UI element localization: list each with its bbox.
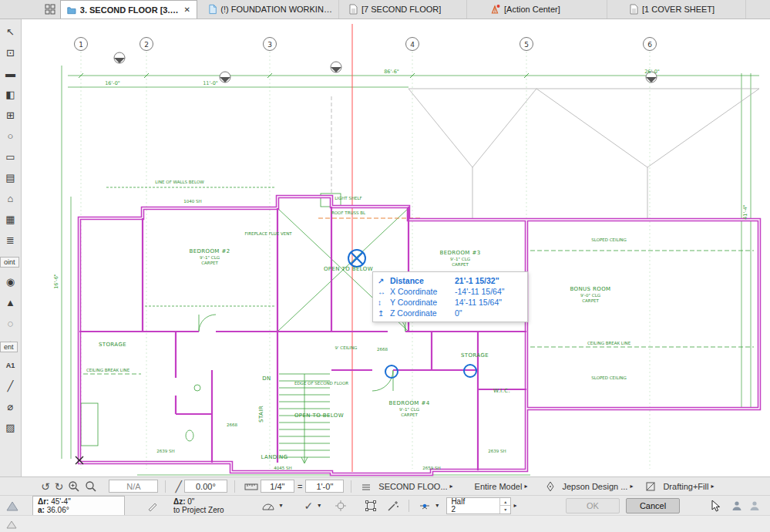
column-tool-icon[interactable]: ○ (2, 126, 20, 146)
room-label: STORAGE (99, 342, 126, 348)
scale-icon[interactable] (244, 481, 258, 492)
magic-wand-icon[interactable] (387, 500, 399, 512)
tab-cover-sheet[interactable]: [1 COVER SHEET] (623, 0, 746, 19)
go-back-icon[interactable]: ↺ (41, 480, 50, 493)
lamp-tool-icon[interactable]: ◉ (2, 271, 20, 292)
close-icon[interactable]: ✕ (184, 5, 190, 14)
reference-row: to Project Zero (173, 506, 224, 514)
model-scale-box[interactable]: 1'-0" (305, 480, 344, 493)
delta-r-row: Δr: 45'-4" (38, 497, 119, 506)
beam-tool-icon[interactable]: ▭ (2, 146, 20, 167)
hotspot-highlight (385, 365, 398, 378)
archicad-window: 3. SECOND FLOOR [3. TOP O... ✕ (!) FOUND… (0, 0, 770, 532)
floor-plan[interactable]: 1 2 3 4 5 6 (22, 19, 770, 476)
pet-palette-icon[interactable] (5, 500, 19, 512)
snap-guides-icon[interactable] (419, 500, 431, 512)
palette-label-ent: ent (0, 342, 18, 352)
tracker-label: Z Coordinate (390, 308, 455, 318)
spin-down-icon[interactable]: ▾ (500, 506, 510, 513)
zoom-in-icon[interactable] (68, 480, 80, 493)
slab-tool-icon[interactable]: ▤ (2, 167, 20, 188)
ok-button[interactable]: OK (566, 498, 620, 513)
note-label: CEILING BREAK LINE (587, 341, 631, 345)
window-tool-icon[interactable]: ⊞ (2, 105, 20, 126)
roof-lines (331, 89, 759, 218)
opening-label: 2639 SH (488, 449, 506, 453)
pen-set-selector[interactable]: Jepson Design ... ▸ (562, 482, 633, 491)
dimension-tool-icon[interactable]: ⌀ (2, 396, 20, 417)
main-area: ↖ ⊡ ▬ ◧ ⊞ ○ ▭ ▤ ⌂ ▦ ≣ ⊛ ◉ ▲ ◌ ⊕ A1 ╱ ⌀ ▨… (0, 19, 770, 476)
orientation-icon[interactable]: ╱ (175, 480, 181, 493)
room-sub: 9'-0" CLG (580, 293, 600, 298)
circle-tool-icon[interactable]: ◌ (2, 313, 20, 334)
stairs-tool-icon[interactable]: ≣ (2, 230, 20, 251)
story-selector[interactable]: SECOND FLOO... ▸ (378, 482, 452, 491)
paper-scale-box[interactable]: 1/4" (261, 480, 294, 493)
tab-foundation-working[interactable]: (!) FOUNDATION WORKING ... (202, 0, 339, 19)
spin-up-icon[interactable]: ▴ (500, 498, 510, 507)
polar-coordinate-box[interactable]: Δr: 45'-4" a: 36.06° (32, 496, 125, 516)
marquee-tool-icon[interactable]: ⊡ (2, 42, 20, 63)
room-label: OPEN TO BELOW (324, 266, 373, 272)
y-axis-icon: ↕ (378, 298, 390, 307)
room-label: STORAGE (461, 352, 489, 359)
tab-second-floor-layout[interactable]: [7 SECOND FLOOR] (342, 0, 467, 19)
room-sub: CARPET (201, 261, 218, 265)
drawing-canvas[interactable]: 1 2 3 4 5 6 (22, 19, 770, 476)
fill-tool-icon[interactable]: ▨ (2, 417, 20, 438)
control-bar: Δr: 45'-4" a: 36.06° Δz: 0" to Project Z… (0, 495, 770, 515)
transform-box-icon[interactable] (365, 500, 377, 512)
protractor-icon[interactable] (261, 501, 275, 510)
quick-options-bar: ↺ ↻ N/A ╱ 0.00° 1/4" = 1'-0" SECOND FLOO… (0, 476, 770, 495)
roof-tool-icon[interactable]: ⌂ (2, 188, 20, 209)
folder-icon (67, 5, 76, 15)
chevron-down-icon[interactable]: ▾ (435, 502, 439, 509)
chevron-down-icon[interactable]: ▾ (318, 502, 321, 509)
stepper-spinner[interactable]: ▴ ▾ (499, 498, 510, 513)
tab-second-floor-view[interactable]: 3. SECOND FLOOR [3. TOP O... ✕ (60, 0, 197, 19)
confirm-check-icon[interactable]: ✓ (304, 500, 314, 512)
note-label: SLOPED CEILING (591, 375, 626, 380)
tab-bar: 3. SECOND FLOOR [3. TOP O... ✕ (!) FOUND… (0, 0, 770, 19)
fit-in-window-icon[interactable] (85, 480, 97, 493)
cancel-button[interactable]: Cancel (626, 498, 680, 513)
arrow-cursor-icon[interactable] (711, 500, 721, 512)
edit-pencil-icon[interactable] (146, 500, 159, 512)
level-dimension-tool-icon[interactable]: ▲ (2, 292, 20, 313)
half-stepper-values: Half 2 (447, 498, 499, 513)
teamwork-user-icon[interactable] (731, 500, 742, 511)
rotation-angle-box[interactable]: 0.00° (184, 480, 227, 493)
x-axis-icon: ↔ (378, 288, 390, 296)
corner-triangle-icon[interactable] (5, 519, 18, 530)
walls-below-dashes (106, 187, 276, 306)
dim-label: 86'-6" (384, 69, 399, 75)
grid-number: 2 (144, 41, 149, 49)
dimension-texts: 86'-6" 26'-0" 16'-0" 11'-0" 41'-4" 16'-6… (53, 69, 748, 289)
renovation-selector[interactable]: Drafting+Fill ▸ (663, 482, 714, 491)
tab-overview-icon[interactable] (40, 0, 60, 19)
elevation-box[interactable]: Δz: 0" to Project Zero (173, 497, 224, 514)
pointer-tool-icon[interactable]: ↖ (2, 22, 20, 42)
room-label: BEDROOM #4 (388, 400, 429, 406)
tab-action-center[interactable]: [Action Center] (484, 0, 607, 19)
chevron-right-icon: ▸ (630, 483, 633, 490)
z-axis-icon: ↥ (378, 309, 390, 318)
mesh-tool-icon[interactable]: ▦ (2, 209, 20, 230)
zoom-value-box[interactable]: N/A (109, 480, 158, 493)
model-filter-selector[interactable]: Entire Model ▸ (475, 482, 528, 491)
gravity-target-icon[interactable] (335, 500, 347, 512)
note-label: CEILING BREAK LINE (86, 368, 130, 372)
chevron-down-icon[interactable]: ▾ (280, 502, 283, 509)
teamwork-users-icon[interactable] (749, 500, 760, 511)
door-tool-icon[interactable]: ◧ (2, 84, 20, 105)
note-label: 9' CEILING (335, 345, 358, 350)
half-stepper[interactable]: Half 2 ▴ ▾ (446, 497, 511, 514)
go-forward-icon[interactable]: ↻ (55, 480, 64, 493)
separator (234, 480, 235, 493)
tracker-label: Distance (390, 276, 455, 285)
room-label: BONUS ROOM (570, 286, 610, 292)
line-tool-icon[interactable]: ╱ (2, 375, 20, 396)
chevron-right-icon[interactable]: ▸ (513, 502, 516, 509)
label-tool-icon[interactable]: A1 (2, 355, 20, 375)
wall-tool-icon[interactable]: ▬ (2, 63, 20, 84)
